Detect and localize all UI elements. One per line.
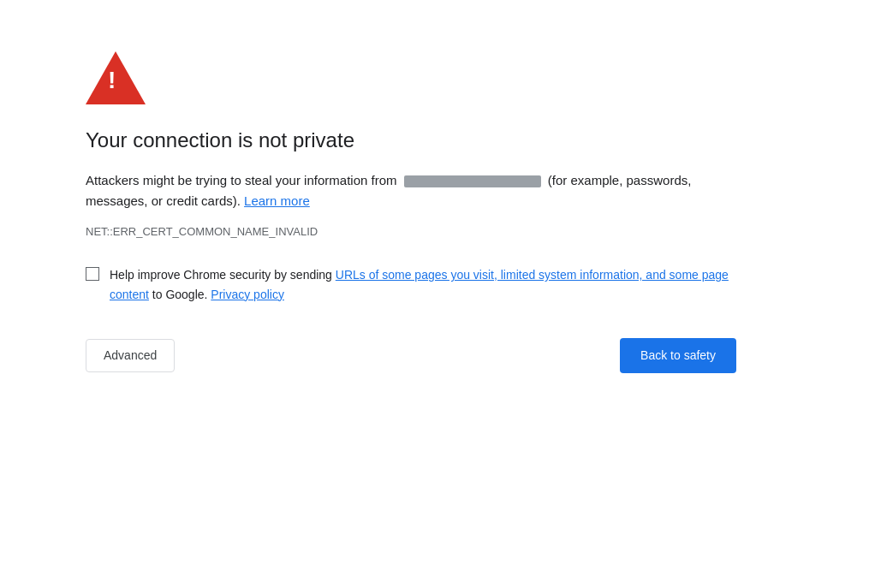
description-text: Attackers might be trying to steal your … — [86, 170, 736, 211]
warning-triangle — [86, 51, 146, 104]
chrome-security-checkbox-section: Help improve Chrome security by sending … — [86, 265, 736, 304]
learn-more-link[interactable]: Learn more — [244, 193, 310, 208]
checkbox-label-middle: to Google. — [152, 288, 208, 301]
warning-icon — [86, 51, 146, 103]
back-to-safety-button[interactable]: Back to safety — [620, 338, 736, 373]
checkbox-wrapper[interactable] — [86, 267, 99, 284]
privacy-policy-link[interactable]: Privacy policy — [211, 288, 284, 301]
advanced-button[interactable]: Advanced — [86, 339, 175, 372]
buttons-row: Advanced Back to safety — [86, 338, 736, 373]
description-before: Attackers might be trying to steal your … — [86, 173, 396, 187]
error-page: Your connection is not private Attackers… — [0, 0, 869, 588]
error-code: NET::ERR_CERT_COMMON_NAME_INVALID — [86, 225, 783, 238]
checkbox-label: Help improve Chrome security by sending … — [110, 265, 736, 304]
chrome-security-checkbox[interactable] — [86, 267, 99, 281]
checkbox-label-before: Help improve Chrome security by sending — [110, 268, 332, 282]
page-title: Your connection is not private — [86, 127, 783, 153]
redacted-url — [404, 175, 541, 187]
